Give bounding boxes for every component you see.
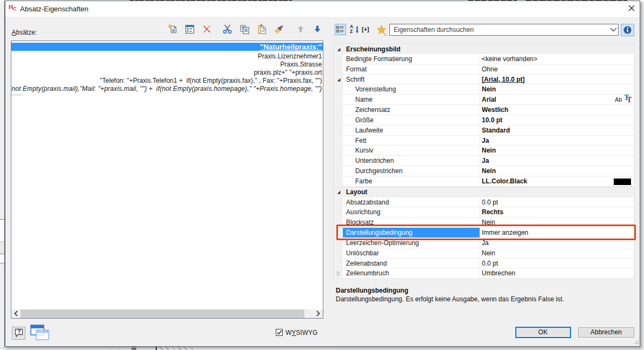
svg-text:?: ?	[17, 329, 21, 335]
